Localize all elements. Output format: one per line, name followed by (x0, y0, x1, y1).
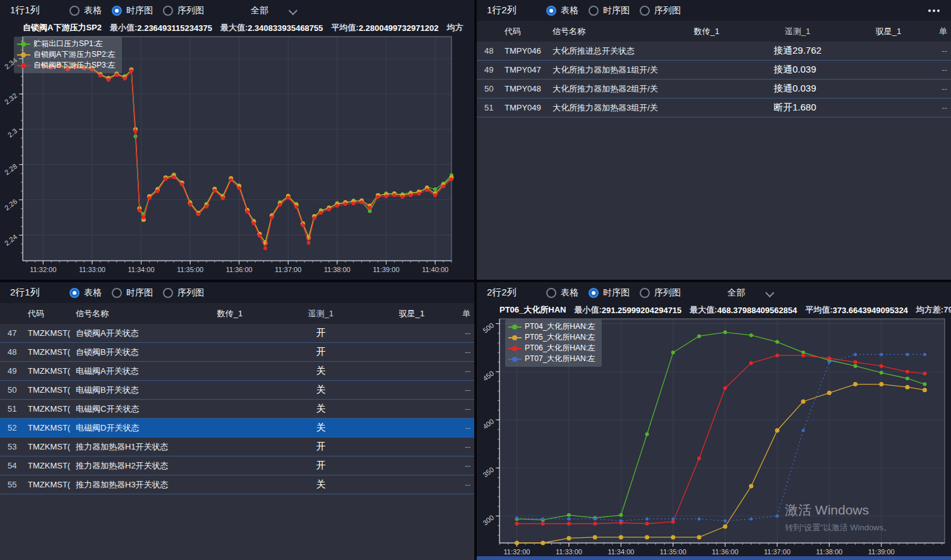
yaoce-value: 开 (275, 441, 366, 453)
signal-table: 代码信号名称数传_1遥测_1驭星_1单47TMZKMST(自锁阀A开关状态开--… (0, 303, 474, 560)
panel-title: 1行1列 (10, 4, 56, 16)
radio-circle-icon (589, 288, 599, 298)
filter-dropdown[interactable]: 全部 (727, 287, 773, 299)
row-index: 49 (0, 366, 28, 376)
table-row[interactable]: 51TMPY049大化所推力器加热器3组开/关断开1.680-- (477, 98, 951, 117)
chevron-down-icon (290, 8, 296, 14)
radio-label: 序列图 (177, 287, 204, 299)
table-row[interactable]: 49TMPY047大化所推力器加热器1组开/关接通0.039-- (477, 61, 951, 80)
svg-text:11:39:00: 11:39:00 (868, 548, 895, 556)
min-value: 291.25999204294715 (602, 306, 682, 315)
legend-label: 自锁阀B下游压力SP3:左 (33, 60, 116, 71)
max-label: 最大值: (220, 22, 248, 33)
radio-option[interactable]: 表格 (546, 287, 578, 299)
legend-label: 自锁阀A下游压力SP2:左 (33, 49, 116, 60)
radio-option[interactable]: 时序图 (112, 287, 153, 299)
radio-selected[interactable]: 时序图 (112, 5, 153, 16)
legend-item[interactable]: 自锁阀B下游压力SP3:左 (17, 60, 116, 71)
yaoce-value: 关 (275, 422, 366, 434)
row-index: 51 (477, 103, 505, 112)
more-options-icon[interactable] (927, 6, 941, 16)
legend-item[interactable]: PT05_大化所HAN:左 (508, 332, 595, 343)
signal-name: 电磁阀A开关状态 (76, 366, 184, 377)
signal-code: TMPY048 (505, 84, 553, 93)
signal-name: 推力器加热器H2开关状态 (76, 460, 184, 472)
table-row[interactable]: 49TMZKMST(电磁阀A开关状态关-- (0, 362, 474, 381)
legend-label: 贮箱出口压力SP1:左 (33, 39, 103, 49)
max-value: 2.340833935468755 (248, 23, 323, 33)
unit-value: -- (457, 328, 474, 338)
table-row[interactable]: 48TMPY046大化所推进总开关状态接通29.762-- (477, 42, 951, 61)
table-row[interactable]: 48TMZKMST(自锁阀B开关状态开-- (0, 343, 474, 362)
chart-stats-line: PT06_大化所HAN 最小值:291.25999204294715 最大值:4… (477, 303, 951, 317)
table-header-row: 代码信号名称数传_1遥测_1驭星_1单 (477, 21, 951, 42)
radio-option[interactable]: 表格 (69, 5, 102, 16)
column-header: 单 (934, 26, 951, 37)
legend-marker-icon (508, 356, 522, 362)
svg-text:300: 300 (481, 513, 495, 527)
max-value: 468.37988409562854 (717, 306, 798, 315)
radio-circle-icon (69, 288, 80, 298)
bottom-scrollbar[interactable] (477, 556, 951, 560)
chart-title: 自锁阀A下游压力SP2 (23, 22, 102, 33)
column-header: 信号名称 (76, 308, 184, 319)
svg-text:2.24: 2.24 (3, 233, 18, 247)
row-index: 48 (0, 347, 28, 357)
yaoce-value: 开 (275, 460, 366, 472)
signal-code: TMPY049 (505, 103, 553, 112)
signal-table: 代码信号名称数传_1遥测_1驭星_1单48TMPY046大化所推进总开关状态接通… (477, 21, 951, 280)
panel-title: 1行2列 (487, 4, 532, 16)
legend-item[interactable]: 贮箱出口压力SP1:左 (17, 39, 116, 49)
legend-item[interactable]: PT04_大化所HAN:左 (508, 321, 595, 332)
legend-item[interactable]: PT06_大化所HAN:左 (508, 343, 595, 354)
radio-label: 表格 (84, 287, 102, 299)
radio-option[interactable]: 时序图 (589, 5, 630, 16)
radio-option[interactable]: 序列图 (640, 5, 681, 16)
legend-item[interactable]: 自锁阀A下游压力SP2:左 (17, 49, 116, 60)
avg-value: 2.2800499732971202 (359, 23, 439, 33)
column-header: 代码 (505, 26, 553, 37)
svg-text:2.3: 2.3 (6, 127, 18, 139)
signal-code: TMZKMST( (28, 366, 76, 376)
radio-circle-icon (69, 6, 80, 16)
legend-marker-icon (17, 52, 30, 58)
legend-label: PT06_大化所HAN:左 (525, 343, 595, 354)
pt-chart-area: 11:32:0011:33:0011:34:0011:35:0011:36:00… (477, 317, 951, 560)
signal-code: TMZKMST( (28, 442, 76, 451)
signal-name: 自锁阀A开关状态 (76, 328, 184, 339)
panel-header: 1行2列 表格时序图序列图 (477, 0, 951, 21)
svg-text:11:37:00: 11:37:00 (764, 548, 791, 556)
table-row[interactable]: 51TMZKMST(电磁阀C开关状态关-- (0, 400, 474, 419)
stats-tail: 均方差:79 (916, 304, 951, 316)
radio-selected[interactable]: 时序图 (589, 287, 630, 299)
table-row-selected[interactable]: 52TMZKMST(电磁阀D开关状态关-- (0, 419, 474, 438)
radio-label: 表格 (561, 287, 578, 299)
radio-label: 序列图 (654, 5, 681, 16)
filter-dropdown[interactable]: 全部 (251, 5, 296, 16)
signal-name: 大化所推力器加热器3组开/关 (553, 102, 661, 114)
radio-selected[interactable]: 表格 (546, 5, 578, 16)
legend-item[interactable]: PT07_大化所HAN:左 (508, 354, 595, 364)
svg-text:11:37:00: 11:37:00 (275, 266, 301, 273)
panel-row2-col1: 2行1列 表格时序图序列图 代码信号名称数传_1遥测_1驭星_1单47TMZKM… (0, 282, 474, 560)
radio-circle-icon (640, 288, 650, 298)
signal-name: 大化所推力器加热器1组开/关 (553, 64, 661, 76)
radio-option[interactable]: 序列图 (640, 287, 681, 299)
view-mode-radios: 表格时序图序列图 (546, 5, 691, 16)
table-row[interactable]: 50TMZKMST(电磁阀B开关状态关-- (0, 381, 474, 400)
yaoce-value: 关 (275, 384, 366, 396)
svg-text:11:40:00: 11:40:00 (422, 266, 448, 273)
row-index: 55 (0, 480, 28, 489)
table-row[interactable]: 47TMZKMST(自锁阀A开关状态开-- (0, 324, 474, 343)
table-row[interactable]: 54TMZKMST(推力器加热器H2开关状态开-- (0, 456, 474, 475)
table-row[interactable]: 55TMZKMST(推力器加热器H3开关状态关-- (0, 475, 474, 494)
yaoce-value: 开 (275, 327, 366, 339)
unit-value: -- (457, 385, 474, 395)
radio-option[interactable]: 序列图 (163, 5, 204, 16)
radio-selected[interactable]: 表格 (69, 287, 102, 299)
radio-option[interactable]: 序列图 (163, 287, 204, 299)
table-row[interactable]: 50TMPY048大化所推力器加热器2组开/关接通0.039-- (477, 80, 951, 98)
dashboard-grid: 1行1列 表格时序图序列图 全部 自锁阀A下游压力SP2 最小值:2.23649… (0, 0, 951, 560)
row-index: 49 (477, 65, 505, 74)
table-row[interactable]: 53TMZKMST(推力器加热器H1开关状态开-- (0, 438, 474, 456)
